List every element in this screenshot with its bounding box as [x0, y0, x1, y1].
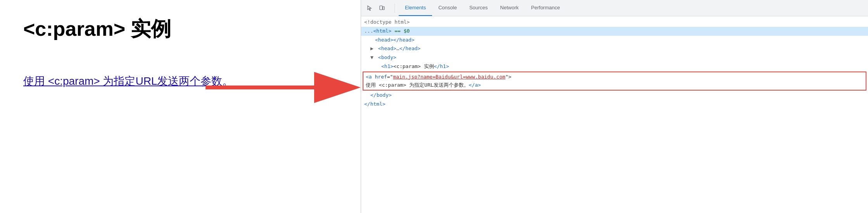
dom-body-close-line[interactable]: </body>: [361, 91, 868, 100]
dom-a-content: 使用 <c:param> 为指定URL发送两个参数。</a>: [366, 81, 863, 89]
page-link[interactable]: 使用 <c:param> 为指定URL发送两个参数。: [23, 74, 233, 89]
tab-console[interactable]: Console: [432, 0, 463, 16]
device-toggle-button[interactable]: [377, 3, 387, 14]
dom-head-empty-line[interactable]: <head></head>: [361, 36, 868, 45]
dom-a-tag-line[interactable]: <a href="main.jsp?name=Baidu&url=www.bai…: [363, 72, 866, 91]
dom-html-line[interactable]: ...<html> == $0: [361, 27, 868, 36]
toolbar-icons: [364, 3, 387, 14]
page-title: <c:param> 实例: [23, 16, 337, 43]
doctype-text: <!doctype html>: [364, 19, 410, 25]
dom-h1-line[interactable]: <h1><c:param> 实例</h1>: [361, 62, 868, 71]
dom-doctype-line: <!doctype html>: [361, 18, 868, 27]
svg-rect-3: [383, 7, 384, 10]
tab-network[interactable]: Network: [494, 0, 525, 16]
svg-rect-2: [380, 6, 382, 10]
devtools-panel: Elements Console Sources Network Perform…: [361, 0, 868, 213]
left-panel: <c:param> 实例 使用 <c:param> 为指定URL发送两个参数。: [0, 0, 361, 213]
tab-sources[interactable]: Sources: [463, 0, 494, 16]
dom-html-close-line[interactable]: </html>: [361, 100, 868, 109]
devtools-toolbar: Elements Console Sources Network Perform…: [361, 0, 868, 16]
dom-body-open-line[interactable]: ▼ <body>: [361, 53, 868, 62]
toolbar-divider: [394, 3, 395, 13]
dom-head-collapsed-line[interactable]: ▶ <head>…</head>: [361, 44, 868, 53]
tab-performance[interactable]: Performance: [525, 0, 566, 16]
tab-elements[interactable]: Elements: [399, 0, 432, 16]
devtools-tabs: Elements Console Sources Network Perform…: [399, 0, 566, 16]
inspect-element-button[interactable]: [364, 3, 375, 14]
devtools-content: <!doctype html> ...<html> == $0 <head></…: [361, 16, 868, 213]
dom-a-open: <a href="main.jsp?name=Baidu&url=www.bai…: [366, 73, 863, 81]
